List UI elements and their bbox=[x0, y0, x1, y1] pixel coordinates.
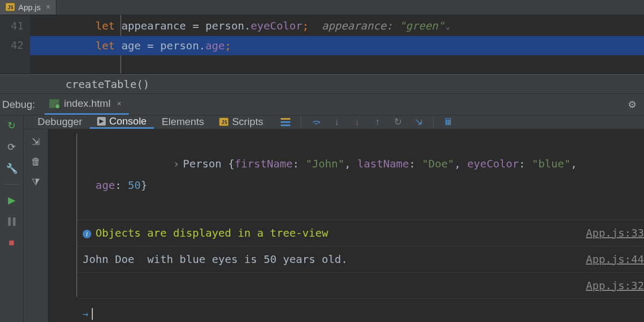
step-over-icon[interactable]: ⤼ bbox=[311, 116, 321, 127]
property: eyeColor bbox=[251, 19, 302, 32]
tab-elements[interactable]: Elements bbox=[154, 115, 211, 129]
resume-icon[interactable]: ▶ bbox=[6, 194, 18, 206]
obj-key: firstName bbox=[235, 157, 292, 170]
console-message: Objects are displayed in a tree-view bbox=[96, 226, 328, 239]
tab-scripts[interactable]: JSScripts bbox=[211, 115, 270, 129]
gear-icon[interactable]: ⚙ bbox=[628, 99, 636, 111]
console-row-info[interactable]: iObjects are displayed in a tree-view Ap… bbox=[77, 220, 644, 246]
editor-tab-label: App.js bbox=[18, 3, 41, 12]
console-output[interactable]: ›Person {firstName: "John", lastName: "D… bbox=[77, 129, 644, 322]
obj-key: eyeColor bbox=[467, 157, 519, 170]
trash-icon[interactable]: 🗑 bbox=[30, 156, 42, 168]
close-icon[interactable]: × bbox=[44, 3, 50, 11]
debug-actions-left: ↻ ⟳ 🔧 ▶ ■ bbox=[0, 115, 24, 322]
code-editor[interactable]: 41 42 let appearance = person.eyeColor;a… bbox=[0, 15, 644, 74]
evaluate-icon[interactable]: 🖩 bbox=[443, 116, 454, 127]
console-gutter bbox=[48, 129, 77, 322]
obj-key: lastName bbox=[357, 157, 409, 170]
debug-run-tab[interactable]: index.html × bbox=[45, 94, 129, 115]
line-number: 41 bbox=[0, 16, 24, 35]
line-number: 42 bbox=[0, 35, 24, 55]
brace: { bbox=[228, 157, 235, 170]
console-row-log[interactable]: John Doe with blue eyes is 50 years old.… bbox=[77, 246, 644, 273]
editor-tab-appjs[interactable]: JS App.js × bbox=[0, 0, 56, 14]
js-file-icon: JS bbox=[219, 118, 229, 126]
console-prompt[interactable]: → bbox=[77, 299, 644, 322]
identifier: appearance bbox=[115, 19, 193, 32]
pause-icon[interactable] bbox=[6, 216, 18, 228]
debug-main: Debugger ▶Console Elements JSScripts ⤼ ↓… bbox=[24, 115, 644, 322]
obj-val: "blue" bbox=[532, 157, 570, 170]
code-line-42[interactable]: let age = person.age; bbox=[30, 36, 644, 55]
line-gutter: 41 42 bbox=[0, 15, 30, 74]
prompt-arrow-icon: → bbox=[83, 303, 92, 322]
close-icon[interactable]: × bbox=[115, 99, 121, 108]
scroll-to-end-icon[interactable]: ⇲ bbox=[30, 136, 42, 148]
punct: ; bbox=[225, 39, 231, 52]
js-file-icon: JS bbox=[5, 3, 15, 11]
separator bbox=[4, 184, 19, 185]
console-row-object[interactable]: ›Person {firstName: "John", lastName: "D… bbox=[77, 129, 644, 220]
console-message: John Doe with blue eyes is 50 years old. bbox=[83, 253, 348, 266]
force-step-into-icon[interactable]: ↓ bbox=[352, 116, 362, 127]
editor-tabbar: JS App.js × bbox=[0, 0, 644, 15]
debug-label: Debug: bbox=[0, 99, 45, 111]
chevron-down-icon[interactable]: ⌄ bbox=[444, 22, 450, 31]
lines-icon[interactable] bbox=[280, 116, 291, 127]
tab-label: Elements bbox=[162, 116, 204, 128]
breadcrumb[interactable]: createTable() bbox=[0, 74, 644, 94]
console-left-actions: ⇲ 🗑 ⧩ bbox=[24, 129, 48, 322]
separator bbox=[433, 116, 434, 128]
tab-label: Console bbox=[109, 115, 147, 127]
obj-val: "John" bbox=[305, 157, 344, 170]
console-row-log[interactable]: App.js:32 bbox=[77, 273, 644, 299]
property: age bbox=[206, 39, 225, 52]
text-caret bbox=[92, 308, 93, 320]
debug-tabs: Debugger ▶Console Elements JSScripts ⤼ ↓… bbox=[24, 115, 644, 129]
debug-run-tab-label: index.html bbox=[64, 98, 111, 109]
step-out-icon[interactable]: ↑ bbox=[372, 116, 383, 127]
keyword: let bbox=[96, 39, 115, 52]
identifier: person. bbox=[199, 19, 251, 32]
tab-console[interactable]: ▶Console bbox=[90, 115, 154, 129]
console-panel: ⇲ 🗑 ⧩ ›Person {firstName: "John", lastNa… bbox=[24, 129, 644, 322]
code-area[interactable]: let appearance = person.eyeColor;appeara… bbox=[30, 15, 644, 74]
inlay-hint: appearance: "green" bbox=[309, 19, 444, 32]
obj-val: 50 bbox=[128, 179, 141, 192]
refresh-icon[interactable]: ⟳ bbox=[6, 141, 18, 153]
play-badge-icon: ▶ bbox=[97, 117, 106, 126]
info-icon: i bbox=[83, 230, 91, 238]
html-file-icon bbox=[49, 99, 60, 108]
debug-toolwindow-header: Debug: index.html × ⚙ bbox=[0, 93, 644, 115]
debug-toolbar: ⤼ ↓ ↓ ↑ ↻ ↘I 🖩 bbox=[280, 116, 454, 128]
breadcrumb-item[interactable]: createTable() bbox=[65, 78, 150, 91]
drop-frame-icon[interactable]: ↘I bbox=[413, 116, 423, 127]
ide-root: JS App.js × 41 42 let appearance = perso… bbox=[0, 0, 644, 322]
source-link[interactable]: App.js:32 bbox=[577, 275, 644, 296]
op: = bbox=[193, 19, 199, 32]
chevron-right-icon[interactable]: › bbox=[173, 157, 183, 170]
keyword: let bbox=[96, 19, 115, 32]
separator bbox=[301, 116, 301, 128]
identifier: person. bbox=[153, 39, 205, 52]
identifier: age bbox=[115, 39, 147, 52]
filter-icon[interactable]: ⧩ bbox=[30, 177, 42, 188]
step-into-icon[interactable]: ↓ bbox=[331, 116, 342, 127]
source-link[interactable]: App.js:33 bbox=[577, 222, 644, 244]
wrench-icon[interactable]: 🔧 bbox=[6, 163, 18, 174]
run-to-cursor-icon[interactable]: ↻ bbox=[392, 116, 403, 127]
tab-label: Debugger bbox=[38, 116, 82, 128]
object-head: Person bbox=[183, 157, 228, 170]
tab-debugger[interactable]: Debugger bbox=[30, 115, 90, 129]
tab-label: Scripts bbox=[232, 116, 263, 128]
obj-key: age bbox=[96, 179, 115, 192]
code-line-41[interactable]: let appearance = person.eyeColor;appeara… bbox=[30, 16, 644, 36]
obj-val: "Doe" bbox=[422, 157, 454, 170]
punct: ; bbox=[302, 19, 309, 32]
rerun-icon[interactable]: ↻ bbox=[6, 120, 18, 131]
source-link[interactable]: App.js:44 bbox=[577, 248, 644, 270]
debug-body: ↻ ⟳ 🔧 ▶ ■ Debugger ▶Console Elements JSS… bbox=[0, 115, 644, 322]
brace: } bbox=[141, 179, 147, 192]
stop-icon[interactable]: ■ bbox=[6, 237, 18, 249]
op: = bbox=[147, 39, 153, 52]
